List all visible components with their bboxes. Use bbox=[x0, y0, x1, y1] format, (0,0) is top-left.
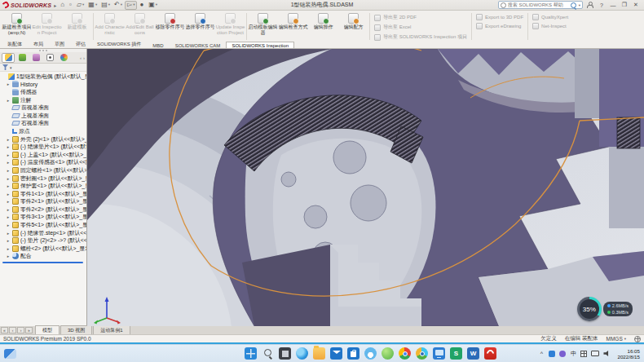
options-icon[interactable]: ▣▾ bbox=[147, 1, 159, 10]
volume-icon[interactable] bbox=[603, 350, 610, 358]
restore-button[interactable]: ❐ bbox=[619, 0, 630, 10]
expand-arrow-icon[interactable]: ▸ bbox=[6, 98, 11, 103]
tree-item[interactable]: ▸ 零件2<1> (默认<<默认>_显示状态 bbox=[0, 198, 86, 206]
ribbon-tab[interactable]: SOLIDWORKS 插件 bbox=[91, 39, 147, 48]
tree-item[interactable]: ▸ 零件3<1> (默认<<默认>_显示状态 bbox=[0, 214, 86, 222]
ribbon-button[interactable]: 新建检查项目 (amp;N) bbox=[2, 11, 32, 42]
ribbon-menu-item[interactable]: Net-Inspect bbox=[532, 23, 568, 29]
expand-arrow-icon[interactable]: ▸ bbox=[6, 183, 11, 188]
ribbon-menu-item[interactable]: Export to 3D PDF bbox=[476, 14, 523, 20]
tree-item[interactable]: 上视基准面 bbox=[0, 112, 86, 120]
ribbon-button[interactable]: 移除零件序号 bbox=[155, 11, 185, 42]
document-tab[interactable]: 模型 bbox=[35, 325, 60, 334]
tray-blue-app-icon[interactable] bbox=[549, 350, 555, 358]
s-app-icon[interactable]: S bbox=[450, 347, 462, 360]
units-selector[interactable]: MMGS ▾ bbox=[607, 336, 627, 342]
expand-arrow-icon[interactable]: ▸ bbox=[6, 160, 11, 165]
filter-caret-icon[interactable]: ▾ bbox=[10, 65, 12, 70]
ribbon-tab[interactable]: SOLIDWORKS Inspection bbox=[226, 42, 294, 48]
ribbon-menu-item[interactable]: QualityXpert bbox=[532, 14, 568, 20]
tab-scroll-button[interactable]: » bbox=[25, 327, 33, 333]
featuremanager-tab[interactable] bbox=[2, 53, 15, 63]
minimize-button[interactable]: — bbox=[607, 0, 619, 10]
solidworks-task-icon[interactable] bbox=[484, 347, 496, 360]
tree-filter[interactable]: ▾ bbox=[0, 64, 86, 72]
edge-icon[interactable] bbox=[296, 347, 308, 360]
tray-expand-icon[interactable]: ^ bbox=[538, 350, 545, 358]
tree-item[interactable]: ▸ (-) 绝缘管.step<1> (默认<<默认>_ bbox=[0, 229, 86, 237]
tree-item[interactable]: ▸ 密封圈<1> (默认<<默认>_显示状态 bbox=[0, 174, 86, 183]
expand-arrow-icon[interactable]: ▸ bbox=[6, 199, 11, 204]
tree-item[interactable]: ▸ (-) 上盖<1> (默认<<默认>_显示状态 bbox=[0, 151, 86, 159]
display-icon[interactable] bbox=[591, 350, 599, 358]
tree-item[interactable]: 传感器 bbox=[0, 88, 86, 96]
store-icon[interactable] bbox=[347, 347, 359, 360]
expand-arrow-icon[interactable]: ▸ bbox=[6, 207, 11, 212]
search-icon[interactable] bbox=[262, 347, 274, 360]
close-button[interactable]: ✕ bbox=[630, 0, 642, 10]
ribbon-button[interactable]: 启动模板编辑器 bbox=[248, 11, 278, 42]
green-app-icon[interactable] bbox=[382, 347, 394, 360]
tree-item[interactable]: ▸ 螺栓<2> (默认<<默认>_显示状态 bbox=[0, 245, 86, 253]
ribbon-tab[interactable]: 评估 bbox=[70, 39, 91, 48]
tree-item[interactable]: ▸ History bbox=[0, 81, 86, 89]
file-explorer-icon[interactable] bbox=[313, 347, 325, 360]
browser-icon[interactable] bbox=[416, 347, 428, 360]
tab-scroll-button[interactable]: › bbox=[17, 327, 24, 333]
ribbon-tab[interactable]: 草图 bbox=[49, 39, 70, 48]
tree-item[interactable]: ▸ (-) 绝缘垫片<1> (默认<<默认>_显示 bbox=[0, 143, 86, 151]
dimxpertmanager-tab[interactable] bbox=[43, 53, 56, 63]
rebuild-icon[interactable]: ● bbox=[138, 1, 146, 10]
search-input[interactable] bbox=[508, 2, 568, 7]
tree-item[interactable]: ▸ 配合 bbox=[0, 253, 86, 261]
home-icon[interactable]: ⌂ bbox=[59, 1, 67, 10]
ribbon-button[interactable]: 编辑配方 bbox=[338, 11, 368, 42]
performance-overlay[interactable]: 35% 2.6MB/s 0.3MB/s bbox=[577, 297, 633, 321]
open-icon[interactable]: ▱▾ bbox=[75, 1, 86, 10]
new-document-icon[interactable]: ▫ bbox=[68, 1, 74, 10]
configurationmanager-tab[interactable] bbox=[29, 53, 42, 63]
chrome-icon[interactable] bbox=[399, 347, 411, 360]
tab-scroll-button[interactable]: ‹ bbox=[9, 327, 16, 333]
tags-globe-icon[interactable] bbox=[634, 336, 641, 342]
tree-item[interactable]: ▸ 零件2<2> (默认<<默认>_显示状态 bbox=[0, 205, 86, 214]
search-icon[interactable] bbox=[570, 2, 577, 9]
expand-arrow-icon[interactable]: ▸ bbox=[6, 168, 11, 173]
expand-arrow-icon[interactable]: ▸ bbox=[6, 223, 11, 227]
ribbon-tab[interactable]: MBD bbox=[147, 42, 169, 48]
tree-item[interactable]: ▸ 固定螺栓<1> (默认<<默认>_显示状 bbox=[0, 166, 86, 174]
ribbon-menu-item[interactable]: 导出至 SOLIDWORKS Inspection 项目 bbox=[374, 33, 467, 41]
ribbon-button[interactable]: 编辑检查方式 bbox=[278, 11, 308, 42]
tree-item[interactable]: ▸ 零件1<1> (默认<<默认>_显示状态 bbox=[0, 190, 86, 198]
expand-arrow-icon[interactable]: ▸ bbox=[6, 231, 11, 236]
expand-arrow-icon[interactable]: ▸ bbox=[6, 152, 11, 157]
ribbon-menu-item[interactable]: Export eDrawing bbox=[476, 23, 523, 29]
ribbon-button[interactable]: Update Inspection Project bbox=[215, 11, 245, 42]
ribbon-button[interactable]: Add/Edit Balloons bbox=[125, 11, 155, 42]
expand-arrow-icon[interactable]: ▸ bbox=[6, 82, 11, 86]
ribbon-button[interactable]: 编辑操作 bbox=[308, 11, 338, 42]
tree-item[interactable]: ▸ 零件5<1> (默认<<默认>_显示状态 bbox=[0, 221, 86, 229]
ribbon-button[interactable]: 选择零件序号 bbox=[185, 11, 215, 42]
tree-item[interactable]: ▸ 注解 bbox=[0, 96, 86, 104]
widgets-icon[interactable] bbox=[4, 349, 16, 359]
menu-expand-arrow-icon[interactable]: ▸ bbox=[54, 2, 56, 8]
remote-desktop-icon[interactable] bbox=[433, 347, 445, 360]
ribbon-button[interactable]: Add Characteristic bbox=[95, 11, 125, 42]
tray-purple-app-icon[interactable] bbox=[559, 350, 566, 358]
undo-icon[interactable]: ↶▾ bbox=[112, 1, 124, 10]
tab-scroll-button[interactable]: « bbox=[1, 327, 8, 333]
document-tab[interactable]: 3D 视图 bbox=[60, 325, 92, 334]
tree-item[interactable]: ▸ (-) 温度传感器<1> (默认<<默认>_显 bbox=[0, 159, 86, 167]
document-tab[interactable]: 运动算例1 bbox=[93, 325, 130, 334]
panel-tabs-scroll-left-icon[interactable]: ‹ bbox=[80, 55, 82, 60]
expand-arrow-icon[interactable]: ▸ bbox=[6, 246, 11, 251]
tree-item[interactable]: ▸ 保护套<1> (默认<<默认>_显示状态 bbox=[0, 182, 86, 190]
mail-icon[interactable] bbox=[330, 347, 342, 360]
taskview-icon[interactable] bbox=[279, 347, 291, 360]
ribbon-button[interactable]: 新建模板 bbox=[62, 11, 92, 42]
tree-root-item[interactable]: 1型铠装热电偶 (默认<默认_显示状态-1> bbox=[0, 73, 86, 81]
search-scope-icon[interactable] bbox=[501, 2, 506, 8]
expand-arrow-icon[interactable]: ▸ bbox=[6, 176, 11, 181]
tree-item[interactable]: 原点 bbox=[0, 127, 86, 135]
